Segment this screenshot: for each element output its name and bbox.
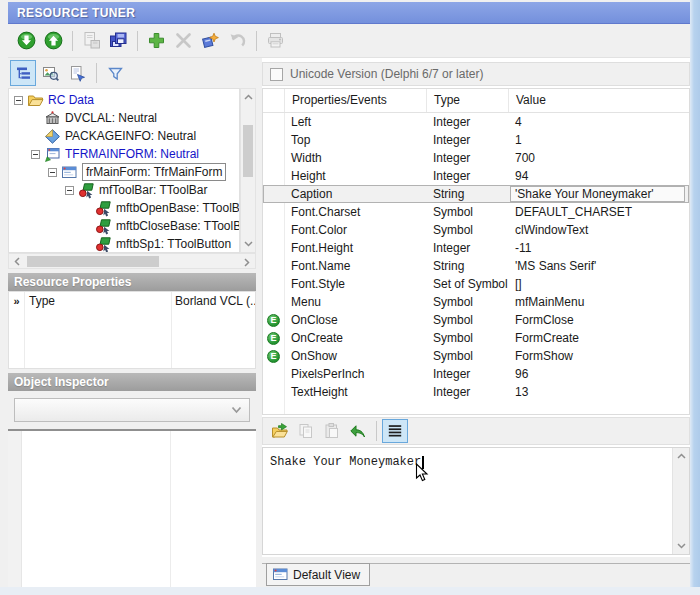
filter-button[interactable] [102, 60, 128, 86]
tree-expander-minus-icon[interactable] [48, 168, 57, 177]
paste-button [319, 419, 345, 443]
tree-item[interactable]: mftbCloseBase: TToolButton [9, 217, 239, 235]
window-titlebar[interactable]: RESOURCE TUNER [8, 2, 690, 24]
tree-item[interactable]: mfToolBar: TToolBar [9, 181, 239, 199]
scroll-up-icon[interactable] [673, 448, 689, 464]
property-name: Type [24, 294, 171, 308]
property-row-onclose[interactable]: EOnCloseSymbolFormClose [263, 311, 689, 329]
scrollbar-thumb[interactable] [243, 125, 253, 177]
column-header-type[interactable]: Type [426, 89, 508, 112]
unicode-version-checkbox[interactable] [270, 68, 283, 81]
tree-item[interactable]: RC Data [9, 91, 239, 109]
property-row-font-charset[interactable]: Font.CharsetSymbolDEFAULT_CHARSET [263, 203, 689, 221]
scrollbar-thumb[interactable] [27, 256, 159, 267]
edit-resource-button[interactable] [197, 28, 224, 54]
column-header-properties-events[interactable]: Properties/Events [284, 89, 426, 112]
column-header-value[interactable]: Value [508, 89, 689, 112]
property-row-top[interactable]: TopInteger1 [263, 131, 689, 149]
tree-horizontal-scrollbar[interactable] [8, 253, 256, 269]
property-row-height[interactable]: HeightInteger94 [263, 167, 689, 185]
resource-property-row[interactable]: »TypeBorland VCL (... [9, 292, 255, 310]
property-row-onshow[interactable]: EOnShowSymbolFormShow [263, 347, 689, 365]
property-value: 13 [508, 385, 689, 399]
right-panel: Unicode Version (Delphi 6/7 or later) Pr… [262, 58, 690, 587]
scroll-left-icon[interactable] [9, 253, 25, 269]
scroll-up-icon[interactable] [241, 89, 255, 105]
tree-item[interactable]: PACKAGEINFO: Neutral [9, 127, 239, 145]
scroll-right-icon[interactable] [239, 254, 255, 270]
tree-expander-minus-icon[interactable] [65, 186, 74, 195]
tab-default-view[interactable]: Default View [266, 563, 370, 586]
add-resource-button[interactable] [143, 28, 170, 54]
tree-item-label: RC Data [48, 92, 94, 108]
resource-properties-grid: »TypeBorland VCL (... [8, 291, 256, 369]
property-type: String [426, 187, 508, 201]
navigate-down-button[interactable] [13, 28, 40, 54]
row-marker: » [9, 295, 24, 307]
property-row-pixelsperinch[interactable]: PixelsPerInchInteger96 [263, 365, 689, 383]
undo-icon [228, 31, 247, 50]
tree-item[interactable]: TFRMAINFORM: Neutral [9, 145, 239, 163]
scroll-down-icon[interactable] [673, 538, 689, 554]
property-name: Menu [284, 295, 426, 309]
property-row-font-color[interactable]: Font.ColorSymbolclWindowText [263, 221, 689, 239]
property-value: 'Shake Your Moneymaker' [508, 186, 689, 202]
mouse-cursor [415, 463, 429, 486]
property-name: OnCreate [284, 331, 426, 345]
print-button [262, 28, 289, 54]
resource-tuner-window: RESOURCE TUNER RC DataDVCLAL: NeutralPAC… [0, 0, 700, 595]
tree-item[interactable]: mftbSp1: TToolButton [9, 235, 239, 253]
window-frame-right [690, 0, 700, 595]
tree-item-label: PACKAGEINFO: Neutral [65, 128, 196, 144]
property-value: FormClose [508, 313, 689, 327]
property-row-font-name[interactable]: Font.NameString'MS Sans Serif' [263, 257, 689, 275]
tree-item[interactable]: frMainForm: TfrMainForm [9, 163, 239, 181]
property-row-caption[interactable]: CaptionString'Shake Your Moneymaker' [263, 185, 689, 203]
unicode-version-bar: Unicode Version (Delphi 6/7 or later) [262, 62, 690, 86]
editor-text: Shake Your Moneymaker [270, 455, 424, 469]
replace-resource-button[interactable] [345, 419, 371, 443]
text-view-button[interactable] [64, 60, 90, 86]
property-row-textheight[interactable]: TextHeightInteger13 [263, 383, 689, 401]
property-row-left[interactable]: LeftInteger4 [263, 113, 689, 131]
tree-view-button[interactable] [10, 60, 36, 86]
tree-item-label: mftbSp1: TToolButton [116, 236, 231, 252]
save-file-button[interactable] [105, 28, 132, 54]
property-value: 700 [508, 151, 689, 165]
text-editor[interactable]: Shake Your Moneymaker [262, 447, 690, 555]
property-name: Top [284, 133, 426, 147]
property-type: String [426, 259, 508, 273]
copy-icon [297, 422, 315, 440]
property-name: OnShow [284, 349, 426, 363]
tree-view-toolbar [8, 58, 256, 88]
wrap-lines-button[interactable] [382, 419, 408, 443]
open-folder-arrow-icon [271, 422, 289, 440]
preview-button[interactable] [37, 60, 63, 86]
scroll-down-icon[interactable] [241, 236, 255, 252]
left-panel: RC DataDVCLAL: NeutralPACKAGEINFO: Neutr… [8, 58, 256, 587]
open-file-button[interactable] [267, 419, 293, 443]
tree-expander-minus-icon[interactable] [31, 150, 40, 159]
property-row-width[interactable]: WidthInteger700 [263, 149, 689, 167]
tree-item-label: DVCLAL: Neutral [65, 110, 157, 126]
tree-vertical-scrollbar[interactable] [240, 88, 256, 253]
editor-vertical-scrollbar[interactable] [672, 448, 689, 554]
property-name: Font.Style [284, 277, 426, 291]
property-row-font-height[interactable]: Font.HeightInteger-11 [263, 239, 689, 257]
tree-item[interactable]: DVCLAL: Neutral [9, 109, 239, 127]
tree-item-label: mfToolBar: TToolBar [99, 182, 208, 198]
property-row-menu[interactable]: MenuSymbolmfMainMenu [263, 293, 689, 311]
toolbar-separator [137, 31, 138, 51]
property-value: 1 [508, 133, 689, 147]
tree-expander-minus-icon[interactable] [14, 96, 23, 105]
object-inspector-combobox[interactable] [14, 398, 250, 422]
property-row-font-style[interactable]: Font.StyleSet of Symbol[] [263, 275, 689, 293]
toolbar-separator [96, 63, 97, 83]
property-row-oncreate[interactable]: EOnCreateSymbolFormCreate [263, 329, 689, 347]
navigate-up-button[interactable] [40, 28, 67, 54]
object-inspector-grid [8, 431, 256, 587]
document-disk-icon [82, 31, 101, 50]
document-edit-icon [69, 65, 86, 82]
lines-icon [386, 422, 404, 440]
tree-item[interactable]: mftbOpenBase: TToolButton [9, 199, 239, 217]
